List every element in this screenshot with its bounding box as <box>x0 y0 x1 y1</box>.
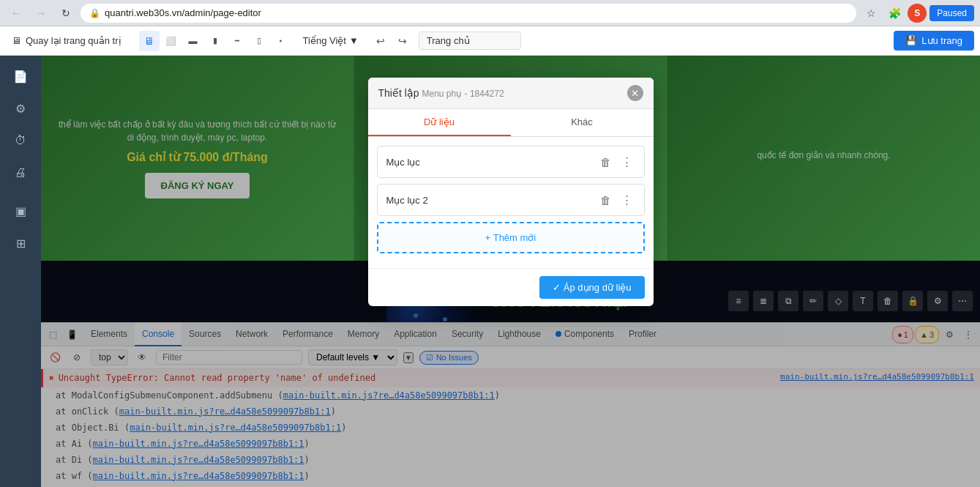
modal-footer: ✓ Áp dụng dữ liệu <box>368 268 654 306</box>
forward-button[interactable]: → <box>31 3 51 23</box>
undo-redo: ↩ ↪ <box>370 31 413 51</box>
device-tablet-landscape[interactable]: ▬ <box>183 31 203 51</box>
url-text: quantri.web30s.vn/admin/page-editor <box>105 7 848 18</box>
device-laptop[interactable]: ⬜ <box>161 31 182 51</box>
modal-overlay[interactable]: Thiết lập Menu phụ - 1844272 ✕ Dữ liệu K… <box>41 56 980 487</box>
menu-item-actions-1: 🗑 ⋮ <box>597 154 635 170</box>
sidebar-print-icon[interactable]: 🖨 <box>6 158 35 187</box>
redo-button[interactable]: ↪ <box>392 31 413 51</box>
left-sidebar: 📄 ⚙ ⏱ 🖨 ▣ ⊞ <box>0 56 41 487</box>
modal-header: Thiết lập Menu phụ - 1844272 ✕ <box>368 78 654 109</box>
browser-actions: ☆ 🧩 S Paused <box>861 3 974 23</box>
modal-tabs: Dữ liệu Khác <box>368 109 654 137</box>
menu-item-row-2: Mục lục 2 🗑 ⋮ <box>377 184 645 216</box>
apply-button[interactable]: ✓ Áp dụng dữ liệu <box>539 276 644 299</box>
save-icon: 💾 <box>905 35 917 46</box>
device-phone-small[interactable]: ▪ <box>271 31 291 51</box>
paused-button[interactable]: Paused <box>929 5 974 21</box>
profile-avatar[interactable]: S <box>908 4 927 23</box>
device-tablet-portrait[interactable]: ▮ <box>205 31 225 51</box>
modal-title: Thiết lập Menu phụ - 1844272 <box>378 87 504 99</box>
more-item-2-button[interactable]: ⋮ <box>618 192 635 208</box>
device-desktop[interactable]: 🖥 <box>139 31 160 51</box>
back-label: Quay lại trang quản trị <box>26 35 121 46</box>
lock-icon: 🔒 <box>89 8 100 18</box>
language-selector[interactable]: Tiếng Việt ▼ <box>297 32 364 49</box>
page-content: thể làm việc bất chấp ở bất kỳ đâu và tư… <box>41 56 980 487</box>
modal: Thiết lập Menu phụ - 1844272 ✕ Dữ liệu K… <box>368 78 654 306</box>
reload-button[interactable]: ↻ <box>56 3 76 23</box>
back-button[interactable]: ← <box>6 3 26 23</box>
modal-close-button[interactable]: ✕ <box>627 85 643 101</box>
add-new-row[interactable]: + Thêm mới <box>377 222 645 253</box>
tab-data[interactable]: Dữ liệu <box>368 109 511 136</box>
dropdown-arrow: ▼ <box>349 35 359 46</box>
sidebar-history-icon[interactable]: ⏱ <box>6 126 35 155</box>
sidebar-layers-icon[interactable]: ⊞ <box>6 228 35 258</box>
delete-item-2-button[interactable]: 🗑 <box>597 192 614 208</box>
extension-button[interactable]: 🧩 <box>884 3 905 23</box>
bookmark-button[interactable]: ☆ <box>861 3 881 23</box>
undo-button[interactable]: ↩ <box>370 31 391 51</box>
more-item-1-button[interactable]: ⋮ <box>618 154 635 170</box>
sidebar-layout-icon[interactable]: ▣ <box>6 196 35 226</box>
modal-body: Mục lục 🗑 ⋮ Mục lục 2 🗑 ⋮ + Thêm mớ <box>368 137 654 268</box>
sidebar-settings-icon[interactable]: ⚙ <box>6 94 35 123</box>
device-phone-landscape[interactable]: ━ <box>227 31 247 51</box>
monitor-icon: 🖥 <box>12 35 21 46</box>
menu-item-label-2: Mục lục 2 <box>386 195 597 206</box>
delete-item-1-button[interactable]: 🗑 <box>597 154 614 170</box>
menu-item-actions-2: 🗑 ⋮ <box>597 192 635 208</box>
tab-other[interactable]: Khác <box>511 109 654 136</box>
browser-chrome: ← → ↻ 🔒 quantri.web30s.vn/admin/page-edi… <box>0 0 980 26</box>
menu-item-row-1: Mục lục 🗑 ⋮ <box>377 146 645 178</box>
main-area: 📄 ⚙ ⏱ 🖨 ▣ ⊞ thể làm việc bất chấp ở bất … <box>0 56 980 487</box>
save-button[interactable]: 💾 Lưu trang <box>894 31 974 51</box>
page-title-input[interactable] <box>419 31 521 50</box>
sidebar-page-icon[interactable]: 📄 <box>6 62 35 91</box>
paused-label: Paused <box>937 8 967 18</box>
device-phone-portrait[interactable]: ▯ <box>249 31 269 51</box>
back-to-admin-button[interactable]: 🖥 Quay lại trang quản trị <box>6 32 127 49</box>
lang-label: Tiếng Việt <box>303 35 346 46</box>
address-bar[interactable]: 🔒 quantri.web30s.vn/admin/page-editor <box>81 4 856 23</box>
menu-item-label-1: Mục lục <box>386 157 597 168</box>
editor-toolbar: 🖥 Quay lại trang quản trị 🖥 ⬜ ▬ ▮ ━ ▯ ▪ … <box>0 26 980 56</box>
save-label: Lưu trang <box>921 35 962 46</box>
device-icons: 🖥 ⬜ ▬ ▮ ━ ▯ ▪ <box>139 31 291 51</box>
